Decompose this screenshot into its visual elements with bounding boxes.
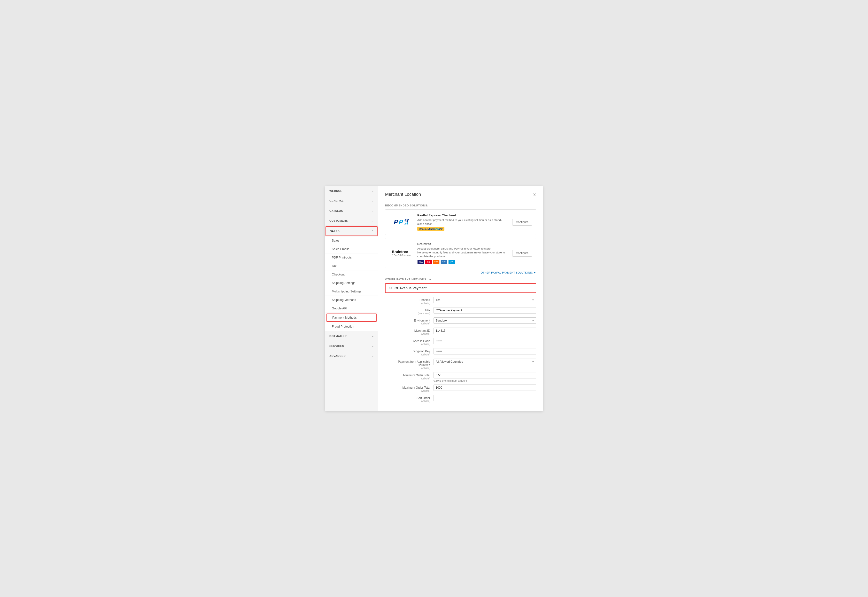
card-icons: VISA MC DISC AMEX PP (417, 260, 508, 264)
chevron-up-icon: ⌃ (371, 230, 373, 232)
merchant-id-field (434, 328, 536, 334)
sidebar-item-payment-methods[interactable]: Payment Methods (326, 313, 376, 322)
merchant-id-label: Merchant ID [website] (385, 328, 434, 335)
sidebar-section-catalog: CATALOG ⌄ (325, 206, 378, 216)
environment-select-wrap: Sandbox Production ▼ (434, 318, 536, 324)
min-order-input[interactable] (434, 372, 536, 379)
chevron-down-icon: ⌄ (372, 335, 374, 337)
merchant-id-input[interactable] (434, 328, 536, 334)
sidebar-section-label-advanced: ADVANCED (329, 355, 346, 357)
chevron-down-icon: ⌄ (372, 199, 374, 202)
sort-order-scope: [website] (385, 400, 430, 403)
form-row-access-code: Access Code [website] (385, 338, 536, 346)
sidebar-section-general: GENERAL ⌄ (325, 196, 378, 206)
sidebar-section-header-webkul[interactable]: WEBKUL ⌄ (325, 186, 378, 196)
info-icon[interactable]: ☉ (533, 192, 536, 197)
max-order-input[interactable] (434, 385, 536, 391)
sidebar-item-shipping-settings[interactable]: Shipping Settings (325, 279, 378, 287)
sidebar-section-header-general[interactable]: GENERAL ⌄ (325, 196, 378, 206)
visa-icon: VISA (417, 260, 424, 264)
paypal-configure-button[interactable]: Configure (512, 219, 532, 226)
form-row-encryption-key: Encryption Key [website] (385, 348, 536, 356)
sidebar-item-checkout[interactable]: Checkout (325, 270, 378, 279)
sidebar-section-label-general: GENERAL (329, 199, 344, 202)
paypal-card-icon: PP (448, 260, 455, 264)
sidebar-item-fraud-protection[interactable]: Fraud Protection (325, 322, 378, 331)
braintree-logo: Braintree A PayPal Company (389, 250, 413, 256)
amex-icon: AMEX (440, 260, 447, 264)
countries-label: Payment from Applicable Countries [websi… (385, 359, 434, 370)
sidebar-section-header-dotmailer[interactable]: DOTMAILER ⌄ (325, 331, 378, 341)
sidebar-subitems-sales: Sales Sales Emails PDF Print-outs Tax Ch… (325, 236, 378, 331)
paypal-p2-icon: P (399, 218, 403, 226)
sidebar-section-header-sales[interactable]: SALES ⌃ (326, 226, 378, 236)
countries-field: All Allowed Countries Specific Countries… (434, 359, 536, 365)
chevron-down-icon: ⌄ (372, 209, 374, 212)
sidebar-item-multishipping-settings[interactable]: Multishipping Settings (325, 287, 378, 296)
title-input[interactable] (434, 307, 536, 313)
max-order-label: Maximum Order Total [website] (385, 385, 434, 392)
countries-select[interactable]: All Allowed Countries Specific Countries (434, 359, 536, 365)
sidebar-item-tax[interactable]: Tax (325, 262, 378, 270)
encryption-key-label: Encryption Key [website] (385, 348, 434, 356)
braintree-sub-text: A PayPal Company (392, 254, 411, 256)
encryption-key-scope: [website] (385, 353, 430, 356)
sidebar-item-sales[interactable]: Sales (325, 236, 378, 245)
enabled-select[interactable]: Yes No (434, 297, 536, 303)
paypal-card: P P ay al PayPal Express Checkout Add an… (385, 209, 536, 235)
paypal-p-icon: P (394, 218, 398, 226)
merchant-id-scope: [website] (385, 333, 430, 336)
ccavenue-form: Enabled [website] Yes No ▼ Title (385, 297, 536, 403)
max-order-scope: [website] (385, 390, 430, 392)
access-code-label: Access Code [website] (385, 338, 434, 346)
access-code-input[interactable] (434, 338, 536, 344)
enabled-label: Enabled [website] (385, 297, 434, 304)
sidebar: WEBKUL ⌄ GENERAL ⌄ CATALOG ⌄ CUSTOMERS ⌄ (325, 186, 378, 411)
braintree-info: Braintree Accept credit/debit cards and … (417, 242, 508, 264)
recommended-label: RECOMMENDED SOLUTIONS: (385, 204, 536, 207)
sort-order-input[interactable] (434, 395, 536, 401)
access-code-scope: [website] (385, 343, 430, 346)
sidebar-section-dotmailer: DOTMAILER ⌄ (325, 331, 378, 341)
sidebar-section-label-customers: CUSTOMERS (329, 219, 348, 222)
sidebar-item-shipping-methods[interactable]: Shipping Methods (325, 296, 378, 304)
environment-scope: [website] (385, 322, 430, 325)
environment-select[interactable]: Sandbox Production (434, 318, 536, 324)
sidebar-section-header-advanced[interactable]: ADVANCED ⌄ (325, 351, 378, 361)
chevron-down-icon: ⌄ (372, 219, 374, 222)
encryption-key-field (434, 348, 536, 355)
sort-order-label: Sort Order [website] (385, 395, 434, 403)
form-row-countries: Payment from Applicable Countries [websi… (385, 359, 536, 370)
sidebar-section-header-customers[interactable]: CUSTOMERS ⌄ (325, 216, 378, 226)
enabled-scope: [website] (385, 302, 430, 305)
sidebar-section-header-services[interactable]: SERVICES ⌄ (325, 341, 378, 351)
paypal-desc: Add another payment method to your exist… (417, 218, 508, 226)
paypal-logo: P P ay al (389, 218, 413, 226)
encryption-key-input[interactable] (434, 348, 536, 355)
braintree-configure-button[interactable]: Configure (512, 250, 532, 257)
sidebar-item-sales-emails[interactable]: Sales Emails (325, 245, 378, 254)
title-label: Title [store view] (385, 307, 434, 315)
page-title-bar: Merchant Location ☉ (385, 192, 536, 200)
discover-icon: DISC (433, 260, 440, 264)
paypal-info: PayPal Express Checkout Add another paym… (417, 214, 508, 231)
triangle-up-icon (429, 279, 431, 280)
ccavenue-header[interactable]: ☉ CCAvenue Payment (385, 283, 536, 293)
page-container: WEBKUL ⌄ GENERAL ⌄ CATALOG ⌄ CUSTOMERS ⌄ (325, 186, 543, 411)
braintree-card: Braintree A PayPal Company Braintree Acc… (385, 238, 536, 268)
form-row-merchant-id: Merchant ID [website] (385, 328, 536, 335)
mastercard-icon: MC (425, 260, 432, 264)
sidebar-item-google-api[interactable]: Google API (325, 304, 378, 313)
ccavenue-toggle-icon: ☉ (389, 286, 392, 290)
braintree-name: Braintree (417, 242, 508, 246)
sidebar-item-pdf-printouts[interactable]: PDF Print-outs (325, 254, 378, 262)
title-scope: [store view] (385, 312, 430, 315)
sidebar-section-label-catalog: CATALOG (329, 209, 344, 212)
sidebar-section-header-catalog[interactable]: CATALOG ⌄ (325, 206, 378, 215)
other-paypal-link[interactable]: OTHER PAYPAL PAYMENT SOLUTIONS: ▼ (385, 271, 536, 274)
sidebar-section-label-dotmailer: DOTMAILER (329, 335, 347, 337)
page-title: Merchant Location (385, 192, 421, 197)
sidebar-section-label-sales: SALES (330, 230, 339, 233)
chevron-down-icon: ⌄ (372, 355, 374, 357)
sidebar-section-webkul: WEBKUL ⌄ (325, 186, 378, 196)
